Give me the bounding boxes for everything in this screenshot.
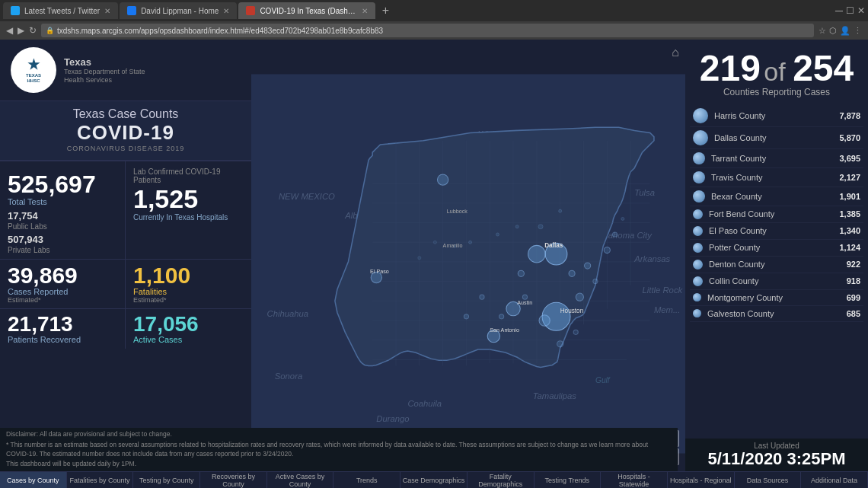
svg-point-46 — [585, 263, 591, 269]
title-covid: COVID-19 — [11, 121, 241, 145]
svg-text:Houston: Houston — [560, 308, 584, 314]
svg-point-62 — [496, 233, 499, 236]
new-tab-button[interactable]: + — [377, 2, 394, 19]
disclaimer-line1: Disclaimer: All data are provisional and… — [6, 430, 672, 439]
tab-fb[interactable]: David Lippman - Home ✕ — [120, 2, 237, 19]
tab-covid[interactable]: COVID-19 In Texas (Dashboard) ✕ — [238, 2, 375, 19]
svg-text:Mem...: Mem... — [654, 305, 680, 314]
bottom-tab-9[interactable]: Hospitals - Statewide — [601, 472, 668, 488]
svg-point-56 — [593, 279, 598, 284]
tx-logo: ★ TEXASHHSC — [11, 47, 56, 93]
svg-point-63 — [469, 241, 472, 244]
svg-point-52 — [464, 314, 468, 319]
svg-point-43 — [437, 174, 448, 185]
county-dot — [693, 152, 705, 164]
recovered-num: 21,713 — [8, 314, 117, 335]
bottom-tab-4[interactable]: Active Cases by County — [267, 472, 334, 488]
tab-twitter[interactable]: Latest Tweets / Twitter ✕ — [3, 2, 118, 19]
refresh-btn[interactable]: ↻ — [29, 25, 37, 36]
county-cases: 5,870 — [839, 133, 860, 142]
bottom-tabs: Cases by CountyFatalities by CountyTesti… — [0, 471, 868, 488]
minimize-btn[interactable]: ─ — [835, 5, 843, 17]
cases-cell: 39,869 Cases Reported Estimated* — [0, 260, 126, 308]
bottom-tab-5[interactable]: Trends — [333, 472, 400, 488]
map-area[interactable]: NEW MEXICO Chihuahua Sonora Durango Mont… — [251, 40, 685, 488]
svg-point-59 — [538, 225, 543, 229]
cases-label: Cases Reported — [8, 287, 117, 296]
svg-text:Dallas: Dallas — [544, 242, 563, 249]
tab-covid-label: COVID-19 In Texas (Dashboard) — [260, 7, 357, 15]
forward-btn[interactable]: ▶ — [18, 25, 24, 36]
county-name: Collin County — [709, 276, 841, 285]
county-dot — [693, 260, 703, 270]
county-dot — [693, 309, 701, 317]
bottom-tab-0[interactable]: Cases by County — [0, 472, 67, 488]
bottom-tab-11[interactable]: Data Sources — [735, 472, 802, 488]
profile-icon[interactable]: 👤 — [840, 26, 850, 36]
close-btn[interactable]: ✕ — [857, 5, 865, 16]
title-case-counts: Texas Case Counts — [11, 107, 241, 121]
tab-fb-label: David Lippman - Home — [141, 7, 219, 15]
url-text: txdshs.maps.arcgis.com/apps/opsdashboard… — [57, 27, 383, 35]
total-tests-cell: 525,697 Total Tests 17,754 Public Labs 5… — [0, 161, 126, 259]
address-bar[interactable]: 🔒 txdshs.maps.arcgis.com/apps/opsdashboa… — [41, 24, 814, 37]
back-btn[interactable]: ◀ — [6, 25, 13, 36]
lab-confirmed-label: Lab Confirmed COVID-19 Patients — [133, 167, 244, 184]
bottom-tab-6[interactable]: Case Demographics — [400, 472, 468, 488]
tab-covid-close[interactable]: ✕ — [362, 7, 368, 15]
svg-text:Tulsa: Tulsa — [634, 188, 655, 197]
bookmark-icon[interactable]: ☆ — [819, 26, 826, 36]
county-header: 219 of 254 Counties Reporting Cases — [685, 47, 868, 105]
svg-point-66 — [418, 257, 421, 260]
svg-point-49 — [518, 270, 524, 276]
bottom-tab-8[interactable]: Testing Trends — [535, 472, 602, 488]
county-cases: 1,385 — [839, 209, 860, 218]
lab-confirmed-cell: Lab Confirmed COVID-19 Patients 1,525 Cu… — [126, 161, 251, 259]
svg-point-65 — [433, 241, 436, 244]
svg-point-58 — [621, 217, 624, 220]
svg-point-51 — [499, 314, 504, 319]
menu-icon[interactable]: ⋮ — [854, 26, 862, 36]
public-labs-num: 17,754 — [8, 210, 38, 222]
tx-logo-inner: ★ TEXASHHSC — [26, 57, 41, 84]
active-label: Active Cases — [133, 335, 244, 344]
county-name: El Paso County — [709, 226, 833, 235]
header-text: Texas Texas Department of State Health S… — [64, 56, 145, 85]
county-item: Fort Bend County1,385 — [690, 206, 863, 223]
bottom-tab-1[interactable]: Fatalities by County — [67, 472, 134, 488]
title-subtitle: CORONAVIRUS DISEASE 2019 — [11, 145, 241, 152]
bottom-tab-3[interactable]: Recoveries by County — [200, 472, 267, 488]
svg-point-44 — [539, 315, 550, 326]
total-count: 254 — [793, 48, 854, 88]
county-cases: 1,901 — [839, 192, 860, 201]
svg-text:Chihuahua: Chihuahua — [267, 309, 309, 318]
svg-point-39 — [528, 245, 546, 263]
map-home-btn[interactable]: ⌂ — [672, 46, 679, 59]
county-item: Montgomery County699 — [690, 290, 863, 306]
county-dot — [693, 108, 708, 123]
bottom-tab-12[interactable]: Additional Data — [801, 472, 868, 488]
svg-text:Lubbock: Lubbock — [447, 209, 468, 215]
active-cell: 17,056 Active Cases — [126, 309, 251, 349]
lab-confirmed-num: 1,525 — [133, 186, 244, 212]
browser-tabs: Latest Tweets / Twitter ✕ David Lippman … — [0, 0, 868, 21]
bottom-tab-2[interactable]: Testing by County — [133, 472, 200, 488]
svg-text:El Paso: El Paso — [370, 269, 389, 275]
svg-point-57 — [612, 232, 617, 237]
private-labs-label: Private Labs — [8, 246, 117, 254]
bottom-tab-7[interactable]: Fatality Demographics — [468, 472, 535, 488]
county-item: Galveston County685 — [690, 306, 863, 322]
county-dot — [693, 276, 703, 286]
county-name: Denton County — [709, 260, 841, 269]
county-cases: 699 — [847, 293, 860, 302]
tab-twitter-close[interactable]: ✕ — [104, 7, 110, 15]
tab-fb-close[interactable]: ✕ — [223, 7, 229, 15]
bottom-tab-10[interactable]: Hospitals - Regional — [668, 472, 735, 488]
county-cases: 2,127 — [839, 173, 860, 182]
svg-point-45 — [576, 293, 583, 301]
maximize-btn[interactable]: ☐ — [846, 5, 854, 16]
title-section: Texas Case Counts COVID-19 CORONAVIRUS D… — [0, 101, 251, 161]
extensions-icon[interactable]: ⬡ — [829, 26, 837, 36]
county-dot — [693, 226, 703, 236]
county-count-display: 219 of 254 — [693, 50, 860, 87]
